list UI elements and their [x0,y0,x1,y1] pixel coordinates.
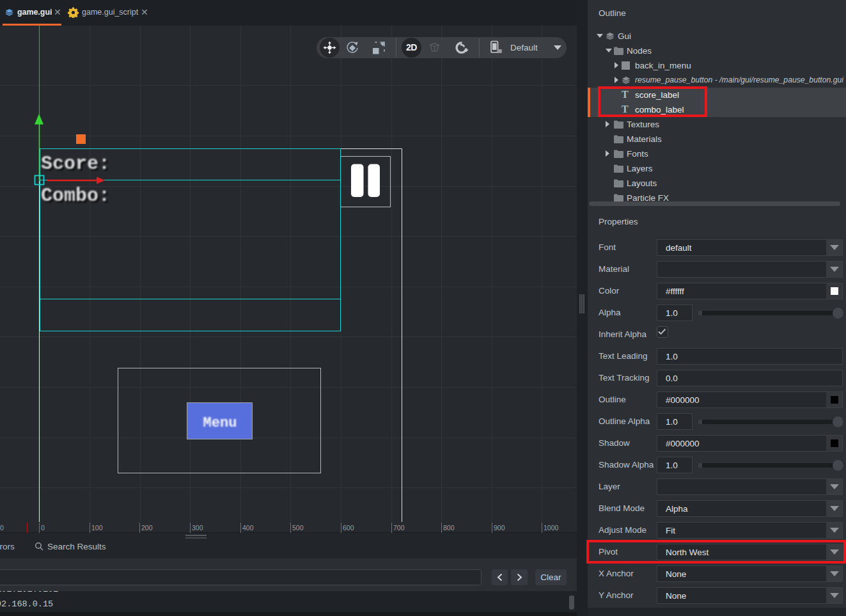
svg-text:Combo:: Combo: [41,185,110,207]
svg-text:Menu: Menu [203,415,237,431]
svg-text:Score:: Score: [41,153,110,175]
